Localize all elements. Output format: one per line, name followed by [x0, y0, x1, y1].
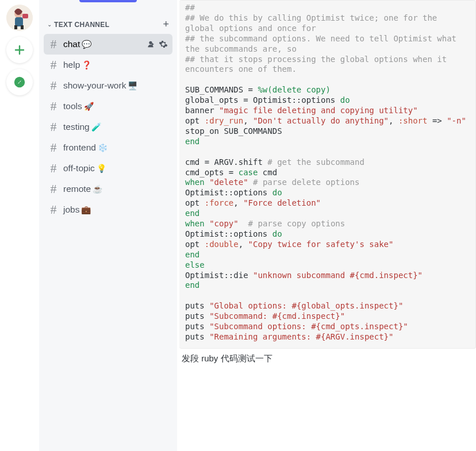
- code-block: ## ## We do this by calling Optimist twi…: [179, 0, 476, 349]
- svg-rect-3: [22, 14, 28, 18]
- channel-remote[interactable]: #remote☕: [44, 179, 172, 199]
- channel-name: show-your-work🖥️: [63, 80, 137, 91]
- message-area: ## ## We do this by calling Optimist twi…: [177, 0, 476, 451]
- top-button[interactable]: [79, 0, 137, 2]
- category-header[interactable]: ⌄ TEXT CHANNEL +: [44, 8, 172, 34]
- svg-point-6: [14, 77, 25, 87]
- channel-name: off-topic💡: [63, 163, 106, 174]
- hash-icon: #: [48, 161, 59, 176]
- hash-icon: #: [48, 120, 59, 134]
- channel-name: chat💬: [63, 39, 91, 49]
- category-label: TEXT CHANNEL: [54, 21, 109, 29]
- channel-name: remote☕: [63, 184, 102, 194]
- hash-icon: #: [48, 202, 59, 217]
- channel-off-topic[interactable]: #off-topic💡: [44, 158, 172, 179]
- channel-frontend[interactable]: #frontend❄️: [44, 137, 172, 158]
- server-avatar[interactable]: [6, 5, 33, 31]
- channel-name: jobs💼: [63, 205, 91, 215]
- svg-rect-5: [21, 25, 24, 29]
- plus-icon: [14, 44, 25, 56]
- channel-name: frontend❄️: [63, 142, 108, 153]
- channel-name: help❓: [63, 60, 91, 70]
- svg-rect-4: [14, 25, 17, 29]
- add-server-button[interactable]: [6, 37, 33, 63]
- add-channel-button[interactable]: +: [163, 18, 169, 30]
- channel-tools[interactable]: #tools🚀: [44, 96, 172, 117]
- channel-testing[interactable]: #testing🧪: [44, 117, 172, 137]
- hash-icon: #: [48, 57, 59, 72]
- chevron-down-icon: ⌄: [47, 21, 52, 28]
- channel-name: testing🧪: [63, 122, 101, 132]
- gear-icon[interactable]: [159, 40, 168, 49]
- channel-name: tools🚀: [63, 101, 94, 111]
- channel-show-your-work[interactable]: #show-your-work🖥️: [44, 75, 172, 96]
- channel-jobs[interactable]: #jobs💼: [44, 199, 172, 220]
- channel-chat[interactable]: #chat💬: [44, 34, 172, 55]
- compass-icon: [13, 76, 26, 88]
- explore-button[interactable]: [6, 69, 33, 95]
- svg-rect-2: [15, 17, 23, 26]
- hash-icon: #: [48, 140, 59, 155]
- avatar-image: [6, 5, 33, 31]
- hash-icon: #: [48, 37, 59, 52]
- invite-icon[interactable]: [146, 40, 155, 49]
- hash-icon: #: [48, 78, 59, 93]
- channel-help[interactable]: #help❓: [44, 55, 172, 75]
- hash-icon: #: [48, 99, 59, 114]
- channel-actions: [146, 40, 168, 49]
- hash-icon: #: [48, 182, 59, 196]
- message-text: 发段 ruby 代码测试一下: [177, 353, 476, 364]
- server-rail: [0, 0, 39, 451]
- channel-sidebar: ⌄ TEXT CHANNEL + #chat💬#help❓#show-your-…: [39, 0, 177, 451]
